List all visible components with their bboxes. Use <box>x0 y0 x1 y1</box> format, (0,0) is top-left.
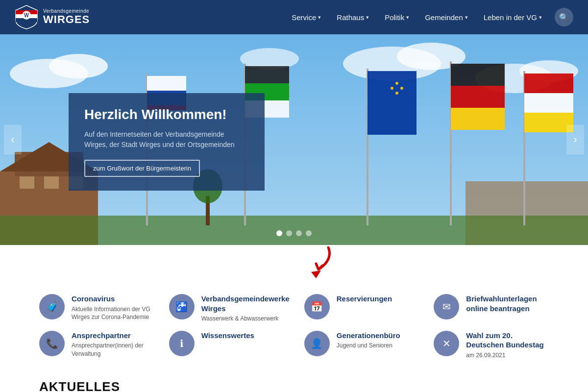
ql-generationenbuero-desc: Jugend und Senioren <box>337 342 419 350</box>
chevron-down-icon: ▾ <box>539 14 542 21</box>
chevron-left-icon: ‹ <box>11 133 14 146</box>
nav-politik[interactable]: Politik ▾ <box>378 9 416 25</box>
wissenswertes-icon: ℹ <box>169 331 195 356</box>
aktuelles-section: AKTUELLES <box>0 374 588 392</box>
ql-ansprechpartner-desc: Ansprechpartner(innen) der Verwaltung <box>72 342 154 358</box>
svg-marker-45 <box>311 270 321 278</box>
briefwahl-icon: ✉ <box>434 294 459 319</box>
svg-point-35 <box>400 87 403 90</box>
svg-rect-16 <box>20 176 34 189</box>
svg-rect-38 <box>451 64 505 86</box>
ql-coronavirus-title: Coronavirus <box>72 294 154 304</box>
site-header: W Verbandsgemeinde WIRGES Service ▾ Rath… <box>0 0 588 34</box>
ql-coronavirus-desc: Aktuelle Informationen der VG Wirges zur… <box>72 305 154 322</box>
nav-gemeinden[interactable]: Gemeinden ▾ <box>418 9 475 25</box>
reservierungen-icon: 📅 <box>304 294 330 319</box>
ql-wahl-desc: am 26.09.2021 <box>466 351 549 360</box>
chevron-down-icon: ▾ <box>465 14 468 21</box>
slider-dot-4[interactable] <box>306 230 312 236</box>
nav-rathaus[interactable]: Rathaus ▾ <box>330 9 376 25</box>
ql-wissenswertes-title: Wissenswertes <box>201 331 290 341</box>
ql-briefwahl-title: Briefwahlunterlagen online beantragen <box>466 294 549 313</box>
quick-link-ansprechpartner[interactable]: 📞 Ansprechpartner Ansprechpartner(innen)… <box>39 331 154 360</box>
quick-link-reservierungen[interactable]: 📅 Reservierungen <box>304 294 419 323</box>
generationenbuero-icon: 👤 <box>304 331 330 356</box>
search-button[interactable]: 🔍 <box>555 8 573 26</box>
arrow-section <box>0 245 588 284</box>
chevron-right-icon: › <box>573 133 577 146</box>
svg-rect-17 <box>44 176 59 189</box>
ansprechpartner-icon: 📞 <box>39 331 65 356</box>
svg-rect-28 <box>245 66 289 83</box>
chevron-down-icon: ▾ <box>318 14 321 21</box>
logo-shield-icon: W <box>15 4 38 30</box>
ql-wahl-title: Wahl zum 20. Deutschen Bundestag <box>466 331 549 350</box>
svg-rect-43 <box>524 93 573 113</box>
ql-generationenbuero-title: Generationenbüro <box>337 331 419 341</box>
hero-section: Herzlich Willkommen! Auf den Internetsei… <box>0 34 588 245</box>
svg-rect-42 <box>524 74 573 93</box>
logo-big-text: WIRGES <box>43 14 90 25</box>
slider-next-button[interactable]: › <box>566 125 584 154</box>
chevron-down-icon: ▾ <box>406 14 409 21</box>
svg-point-36 <box>395 92 398 95</box>
quick-link-briefwahl[interactable]: ✉ Briefwahlunterlagen online beantragen <box>434 294 549 323</box>
svg-point-7 <box>49 54 108 78</box>
slider-dot-1[interactable] <box>276 230 282 236</box>
quick-link-werke[interactable]: 🚰 Verbandsgemeindewerke Wirges Wasserwer… <box>169 294 290 323</box>
ql-werke-title: Verbandsgemeindewerke Wirges <box>201 294 290 313</box>
slider-prev-button[interactable]: ‹ <box>4 125 22 154</box>
ql-werke-desc: Wasserwerk & Abwasserwerk <box>201 315 290 323</box>
svg-text:W: W <box>24 13 29 18</box>
slider-dot-2[interactable] <box>286 230 292 236</box>
coronavirus-icon: 🧳 <box>39 294 65 319</box>
svg-rect-44 <box>524 113 573 132</box>
ql-reservierungen-title: Reservierungen <box>337 294 419 304</box>
welcome-cta-button[interactable]: zum Grußwort der Bürgermeisterin <box>84 160 200 177</box>
welcome-description: Auf den Internetseiten der Verbandsgemei… <box>84 129 249 150</box>
nav-leben[interactable]: Leben in der VG ▾ <box>477 9 549 25</box>
svg-rect-40 <box>451 108 505 130</box>
aktuelles-title: AKTUELLES <box>39 379 549 392</box>
quick-link-coronavirus[interactable]: 🧳 Coronavirus Aktuelle Informationen der… <box>39 294 154 323</box>
quick-link-wahl[interactable]: ✕ Wahl zum 20. Deutschen Bundestag am 26… <box>434 331 549 360</box>
quick-links-grid: 🧳 Coronavirus Aktuelle Informationen der… <box>0 284 588 374</box>
quick-link-generationenbuero[interactable]: 👤 Generationenbüro Jugend und Senioren <box>304 331 419 360</box>
slider-dot-3[interactable] <box>296 230 302 236</box>
chevron-down-icon: ▾ <box>366 14 369 21</box>
welcome-title: Herzlich Willkommen! <box>84 107 249 122</box>
ql-ansprechpartner-title: Ansprechpartner <box>72 331 154 341</box>
slider-dots <box>276 230 312 236</box>
main-nav: Service ▾ Rathaus ▾ Politik ▾ Gemeinden … <box>285 8 573 26</box>
nav-service[interactable]: Service ▾ <box>285 9 328 25</box>
svg-point-34 <box>395 82 398 85</box>
welcome-overlay: Herzlich Willkommen! Auf den Internetsei… <box>69 93 265 191</box>
wahl-icon: ✕ <box>434 331 459 356</box>
red-arrow-icon <box>289 245 348 282</box>
logo[interactable]: W Verbandsgemeinde WIRGES <box>15 4 90 30</box>
search-icon: 🔍 <box>559 13 569 22</box>
svg-point-33 <box>391 87 393 90</box>
svg-rect-32 <box>368 71 416 135</box>
svg-rect-39 <box>451 86 505 108</box>
quick-link-wissenswertes[interactable]: ℹ Wissenswertes <box>169 331 290 360</box>
werke-icon: 🚰 <box>169 294 195 319</box>
